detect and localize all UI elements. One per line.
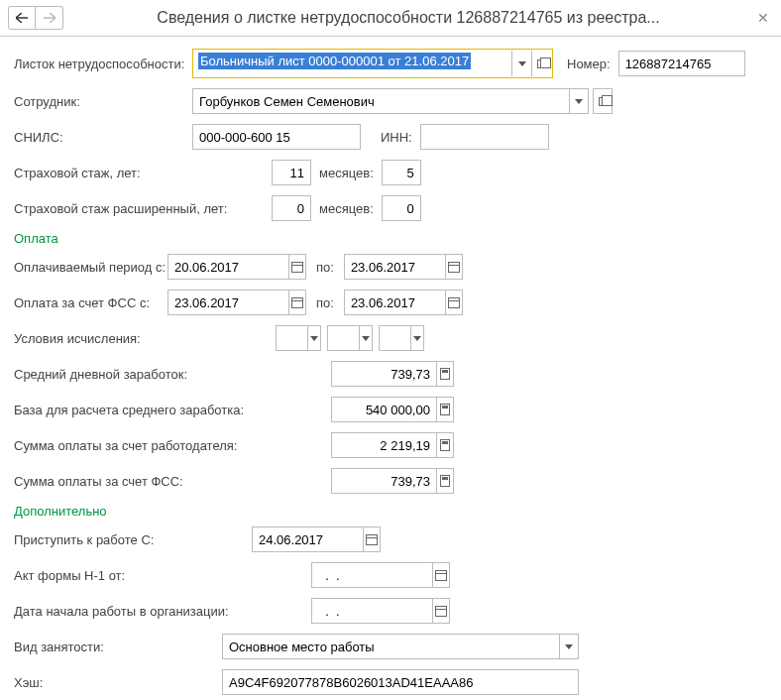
ins-ext-months-label: месяцев: bbox=[319, 201, 374, 216]
hash-label: Хэш: bbox=[14, 675, 222, 690]
calendar-icon bbox=[291, 262, 303, 273]
org-start-input[interactable] bbox=[312, 599, 432, 623]
paid-from-calendar[interactable] bbox=[288, 255, 305, 279]
fss-sum-label: Сумма оплаты за счет ФСС: bbox=[14, 474, 331, 489]
act-h1-input[interactable] bbox=[312, 563, 432, 587]
close-button[interactable]: ✕ bbox=[753, 8, 773, 28]
emp-type-label: Вид занятости: bbox=[14, 640, 222, 654]
number-input[interactable] bbox=[619, 52, 744, 75]
calc-cond-2-dropdown[interactable] bbox=[359, 326, 372, 350]
ins-ext-months-input[interactable] bbox=[383, 196, 420, 220]
ins-ext-years-label: Страховой стаж расширенный, лет: bbox=[14, 201, 272, 216]
calendar-icon bbox=[291, 297, 303, 308]
fss-to-input[interactable] bbox=[345, 291, 445, 314]
act-h1-label: Акт формы Н-1 от: bbox=[14, 568, 311, 583]
employee-dropdown[interactable] bbox=[569, 89, 588, 113]
base-avg-label: База для расчета среднего заработка: bbox=[14, 403, 331, 417]
paid-to-label: по: bbox=[316, 260, 334, 275]
ins-years-label: Страховой стаж, лет: bbox=[14, 166, 272, 180]
ins-months-label: месяцев: bbox=[319, 166, 374, 180]
employer-sum-calc[interactable] bbox=[436, 433, 453, 457]
calendar-icon bbox=[448, 297, 460, 308]
paid-to-calendar[interactable] bbox=[445, 255, 462, 279]
fss-from-label: Оплата за счет ФСС с: bbox=[14, 295, 167, 310]
calendar-icon bbox=[435, 606, 447, 617]
nav-forward-button[interactable] bbox=[36, 6, 63, 30]
employee-open[interactable] bbox=[593, 88, 613, 114]
calc-cond-3-dropdown[interactable] bbox=[410, 326, 423, 350]
ins-months-input[interactable] bbox=[383, 161, 420, 184]
calc-cond-3-input[interactable] bbox=[380, 326, 410, 350]
open-icon bbox=[537, 59, 546, 68]
snils-label: СНИЛС: bbox=[14, 130, 192, 145]
number-label: Номер: bbox=[567, 57, 611, 71]
avg-daily-label: Средний дневной заработок: bbox=[14, 367, 331, 382]
sickleave-label: Листок нетрудоспособности: bbox=[14, 57, 192, 71]
calendar-icon bbox=[435, 570, 447, 581]
fss-sum-calc[interactable] bbox=[436, 469, 453, 493]
base-avg-input[interactable] bbox=[332, 398, 436, 421]
act-h1-calendar[interactable] bbox=[432, 563, 449, 587]
additional-section: Дополнительно bbox=[14, 504, 767, 519]
calculator-icon bbox=[440, 439, 450, 451]
fss-from-calendar[interactable] bbox=[288, 291, 305, 314]
ins-ext-years-input[interactable] bbox=[273, 196, 310, 220]
back-to-work-calendar[interactable] bbox=[363, 527, 380, 551]
calc-cond-1-dropdown[interactable] bbox=[307, 326, 320, 350]
employer-sum-label: Сумма оплаты за счет работодателя: bbox=[14, 438, 331, 453]
avg-daily-calc[interactable] bbox=[436, 362, 453, 386]
hash-input[interactable] bbox=[223, 670, 578, 694]
inn-label: ИНН: bbox=[381, 130, 420, 145]
base-avg-calc[interactable] bbox=[436, 398, 453, 421]
sickleave-open[interactable] bbox=[531, 51, 551, 76]
emp-type-input[interactable] bbox=[223, 635, 559, 658]
org-start-label: Дата начала работы в организации: bbox=[14, 604, 311, 619]
fss-to-calendar[interactable] bbox=[445, 291, 462, 314]
employer-sum-input[interactable] bbox=[332, 433, 436, 457]
fss-to-label: по: bbox=[316, 295, 334, 310]
calculator-icon bbox=[440, 475, 450, 487]
sickleave-dropdown[interactable] bbox=[511, 51, 531, 76]
org-start-calendar[interactable] bbox=[432, 599, 449, 623]
employee-label: Сотрудник: bbox=[14, 94, 192, 109]
paid-to-input[interactable] bbox=[345, 255, 445, 279]
emp-type-dropdown[interactable] bbox=[559, 635, 578, 658]
window-title: Сведения о листке нетрудоспособности 126… bbox=[63, 9, 753, 27]
inn-input[interactable] bbox=[421, 125, 548, 149]
fss-sum-input[interactable] bbox=[332, 469, 436, 493]
employee-input[interactable] bbox=[193, 89, 569, 113]
snils-input[interactable] bbox=[193, 125, 360, 149]
back-to-work-label: Приступить к работе С: bbox=[14, 532, 252, 547]
calc-cond-1-input[interactable] bbox=[277, 326, 307, 350]
paid-from-label: Оплачиваемый период с: bbox=[14, 260, 167, 275]
ins-years-input[interactable] bbox=[273, 161, 310, 184]
calc-cond-2-input[interactable] bbox=[328, 326, 359, 350]
calendar-icon bbox=[366, 534, 378, 545]
paid-from-input[interactable] bbox=[168, 255, 288, 279]
calc-cond-label: Условия исчисления: bbox=[14, 331, 276, 346]
calculator-icon bbox=[440, 404, 450, 415]
avg-daily-input[interactable] bbox=[332, 362, 436, 386]
open-icon bbox=[599, 97, 608, 106]
calendar-icon bbox=[448, 262, 460, 273]
back-to-work-input[interactable] bbox=[253, 527, 363, 551]
calculator-icon bbox=[440, 368, 450, 380]
sickleave-input[interactable]: Больничный лист 0000-000001 от 21.06.201… bbox=[198, 53, 471, 69]
nav-back-button[interactable] bbox=[8, 6, 36, 30]
payment-section: Оплата bbox=[14, 231, 767, 246]
fss-from-input[interactable] bbox=[168, 291, 288, 314]
